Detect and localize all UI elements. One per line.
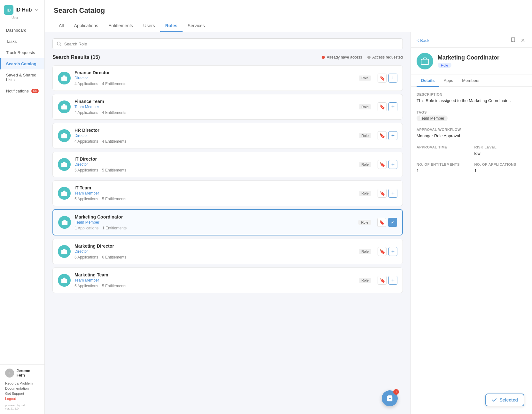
description-value: This Role is assigned to the Marketing C… [417, 98, 526, 104]
bookmark-button[interactable]: 🔖 [378, 74, 387, 83]
sidebar-item-notifications[interactable]: Notifications 64 [0, 85, 44, 97]
detail-tab-details[interactable]: Details [417, 75, 439, 87]
sidebar-item-search-catalog[interactable]: Search Catalog [0, 58, 44, 69]
bookmark-button[interactable]: 🔖 [378, 189, 387, 198]
detail-role-tag: Role [438, 63, 451, 68]
bookmark-button[interactable]: 🔖 [378, 247, 387, 256]
add-button[interactable]: + [388, 102, 397, 111]
main-content: Search Catalog All Applications Entitlem… [45, 0, 532, 414]
card-meta: 4 Applications4 Entitlements [74, 110, 355, 115]
card-meta: 4 Applications4 Entitlements [74, 139, 355, 144]
result-card-finance-team[interactable]: Finance Team Team Member 4 Applications4… [52, 94, 403, 120]
card-actions: 🔖 + [378, 247, 397, 256]
get-support-link[interactable]: Get Support [5, 391, 39, 396]
briefcase-icon [61, 75, 68, 82]
dropdown-icon[interactable] [35, 8, 39, 12]
check-icon [492, 397, 497, 402]
page-title: Search Catalog [54, 6, 523, 15]
documentation-link[interactable]: Documentation [5, 386, 39, 391]
bookmark-detail-button[interactable] [509, 36, 517, 44]
bookmark-button[interactable]: 🔖 [378, 276, 387, 285]
result-card-finance-director[interactable]: Finance Director Director 4 Applications… [52, 65, 403, 91]
card-tag: Director [74, 133, 355, 138]
list-panel: Search Results (15) Already have access … [45, 32, 411, 414]
detail-tab-members[interactable]: Members [458, 75, 484, 87]
card-actions: 🔖 + [378, 102, 397, 111]
add-button[interactable]: + [388, 74, 397, 83]
sidebar-item-dashboard[interactable]: Dashboard [0, 25, 44, 36]
tab-all[interactable]: All [54, 20, 69, 32]
page-header: Search Catalog All Applications Entitlem… [45, 0, 532, 32]
detail-header: < Back ✕ [411, 32, 532, 48]
sidebar-item-saved-shared-lists[interactable]: Saved & Shared Lists [0, 69, 44, 85]
bookmark-button[interactable]: 🔖 [377, 218, 386, 227]
detail-role-icon [417, 53, 433, 69]
no-entitlements-section: No. of entitlements 1 [417, 163, 469, 174]
description-label: Description [417, 92, 526, 96]
report-problem-link[interactable]: Report a Problem [5, 381, 39, 386]
result-card-it-director[interactable]: IT Director Director 5 Applications5 Ent… [52, 152, 403, 177]
result-card-it-team[interactable]: IT Team Team Member 5 Applications5 Enti… [52, 180, 403, 206]
add-button[interactable]: + [388, 247, 397, 256]
approval-workflow-label: Approval Workflow [417, 128, 526, 131]
notifications-badge: 64 [31, 89, 39, 93]
card-name: Marketing Coordinator [75, 214, 355, 219]
close-detail-button[interactable]: ✕ [520, 36, 526, 44]
tab-applications[interactable]: Applications [69, 20, 104, 32]
logout-link[interactable]: Logout [5, 396, 39, 401]
detail-identity: Marketing Coordinator Role [411, 48, 532, 75]
add-button[interactable]: + [388, 189, 397, 198]
tab-services[interactable]: Services [183, 20, 210, 32]
card-actions: 🔖 ✓ [377, 218, 397, 227]
card-tag: Team Member [75, 220, 355, 225]
bookmark-button[interactable]: 🔖 [378, 131, 387, 140]
tab-roles[interactable]: Roles [160, 20, 183, 32]
role-icon-marketing-team [58, 274, 71, 287]
card-tag: Director [74, 249, 355, 254]
no-applications-value: 1 [474, 168, 527, 174]
result-card-marketing-director[interactable]: Marketing Director Director 6 Applicatio… [52, 239, 403, 264]
access-requested-dot [367, 56, 371, 59]
role-icon-it-team [58, 187, 71, 200]
bookmark-button[interactable]: 🔖 [378, 160, 387, 169]
cart-button[interactable]: 1 [382, 390, 398, 406]
search-input[interactable] [64, 42, 399, 46]
add-button[interactable]: + [388, 131, 397, 140]
back-button[interactable]: < Back [417, 38, 429, 43]
sidebar-nav: Dashboard Tasks Track Requests Search Ca… [0, 22, 44, 364]
briefcase-icon [61, 248, 68, 255]
result-card-marketing-team[interactable]: Marketing Team Team Member 5 Application… [52, 267, 403, 293]
legend-access-requested: Access requested [367, 55, 403, 60]
search-bar[interactable] [52, 38, 403, 49]
role-type-badge: Role [359, 104, 371, 109]
card-name: Finance Team [74, 99, 355, 104]
role-type-badge: Role [359, 191, 371, 196]
approval-time-label: Approval Time [417, 145, 469, 149]
add-button[interactable]: + [388, 160, 397, 169]
card-name: Marketing Director [74, 243, 355, 249]
card-info-hr-director: HR Director Director 4 Applications4 Ent… [74, 128, 355, 144]
detail-tab-apps[interactable]: Apps [439, 75, 458, 87]
check-button[interactable]: ✓ [388, 218, 397, 227]
list-header: Search Results (15) Already have access … [52, 54, 403, 60]
search-results-title: Search Results (15) [52, 54, 100, 60]
bookmark-button[interactable]: 🔖 [378, 102, 387, 111]
selected-button[interactable]: Selected [485, 394, 524, 406]
tab-entitlements[interactable]: Entitlements [103, 20, 138, 32]
risk-level-label: Risk Level [474, 145, 527, 149]
content-area: Search Results (15) Already have access … [45, 32, 532, 414]
tab-users[interactable]: Users [138, 20, 160, 32]
avatar: JF [5, 369, 14, 378]
search-icon [57, 41, 62, 46]
sidebar-item-track-requests[interactable]: Track Requests [0, 47, 44, 58]
no-applications-label: No. of applications [474, 163, 527, 166]
result-card-marketing-coordinator[interactable]: Marketing Coordinator Team Member 1 Appl… [52, 209, 403, 235]
card-meta: 4 Applications4 Entitlements [74, 82, 355, 86]
logo-area: ID ID Hub [0, 0, 44, 17]
add-button[interactable]: + [388, 276, 397, 285]
sidebar-item-tasks[interactable]: Tasks [0, 36, 44, 47]
legend: Already have access Access requested [322, 55, 403, 60]
detail-approval-section: Approval Workflow Manager Role Approval [417, 128, 526, 139]
result-card-hr-director[interactable]: HR Director Director 4 Applications4 Ent… [52, 123, 403, 148]
card-name: Finance Director [74, 70, 355, 75]
